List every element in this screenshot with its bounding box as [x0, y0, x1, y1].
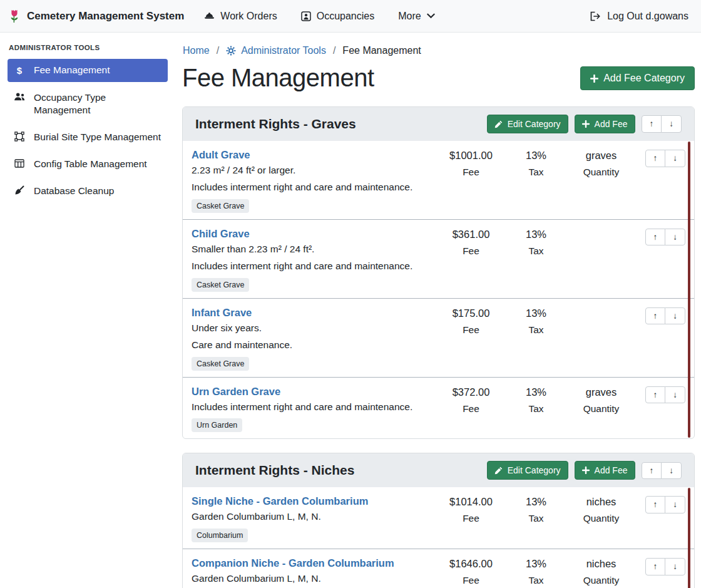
move-fee-down-button[interactable]: ↓	[665, 386, 685, 404]
fee-tax-column: 13% Tax	[506, 148, 566, 178]
nav-work-orders-label: Work Orders	[220, 11, 277, 22]
sidebar: ADMINISTRATOR TOOLS $ Fee Management Occ…	[0, 33, 175, 588]
sidebar-item-database-cleanup[interactable]: Database Cleanup	[8, 180, 168, 202]
fee-name-link[interactable]: Infant Grave	[192, 307, 252, 319]
fee-info: Companion Niche - Garden Columbarium Gar…	[192, 557, 436, 588]
fee-list: Adult Grave 2.23 m² / 24 ft² or larger.I…	[183, 141, 694, 438]
table-icon	[13, 158, 26, 168]
category-actions: Edit Category Add Fee ↑ ↓	[487, 115, 682, 133]
move-fee-up-button[interactable]: ↑	[645, 558, 666, 575]
move-fee-up-button[interactable]: ↑	[645, 386, 666, 404]
breadcrumb-separator: /	[333, 45, 335, 56]
sidebar-item-config-table-management[interactable]: Config Table Management	[8, 153, 168, 175]
fee-name-link[interactable]: Single Niche - Garden Columbarium	[192, 495, 368, 507]
move-fee-down-button[interactable]: ↓	[665, 229, 685, 246]
nav-more[interactable]: More	[398, 11, 434, 22]
fee-description: Garden Columbarium L, M, N.	[192, 572, 432, 585]
move-category-up-button[interactable]: ↑	[642, 115, 662, 133]
add-fee-button[interactable]: Add Fee	[575, 115, 635, 133]
fee-amount-column: $361.00 Fee	[436, 227, 506, 257]
breadcrumb-home-link[interactable]: Home	[183, 45, 210, 56]
fee-amount: $1014.00	[436, 496, 506, 508]
card-scrollbar[interactable]	[688, 488, 690, 588]
arrow-up-icon: ↑	[650, 118, 654, 130]
sidebar-item-label: Database Cleanup	[34, 185, 114, 197]
arrow-up-icon: ↑	[653, 561, 658, 572]
category-title: Interment Rights - Niches	[195, 463, 354, 478]
fee-tax: 13%	[506, 558, 566, 570]
fee-descriptions: Smaller than 2.23 m² / 24 ft².Includes i…	[192, 243, 432, 273]
card-scrollbar[interactable]	[688, 142, 690, 438]
move-fee-down-button[interactable]: ↓	[665, 496, 685, 513]
breadcrumb-admin-tools-label: Administrator Tools	[241, 45, 326, 56]
category-header: Interment Rights - Graves Edit Category	[183, 107, 694, 141]
arrow-down-icon: ↓	[673, 389, 677, 401]
sidebar-item-occupancy-type-management[interactable]: Occupancy Type Management	[8, 86, 168, 121]
plus-icon	[590, 75, 598, 83]
fee-quantity-label: Quantity	[566, 167, 637, 178]
sidebar-item-label: Occupancy Type Management	[34, 91, 162, 116]
fee-name-link[interactable]: Companion Niche - Garden Columbarium	[192, 557, 394, 569]
move-fee-down-button[interactable]: ↓	[665, 558, 685, 575]
arrow-down-icon: ↓	[673, 311, 677, 322]
fee-reorder-group: ↑ ↓	[645, 557, 686, 575]
move-fee-down-button[interactable]: ↓	[665, 150, 685, 167]
move-fee-up-button[interactable]: ↑	[645, 307, 666, 325]
fee-name-link[interactable]: Child Grave	[192, 228, 250, 240]
breadcrumb-admin-tools-link[interactable]: Administrator Tools	[226, 45, 326, 56]
add-fee-button[interactable]: Add Fee	[575, 461, 635, 480]
fee-reorder-group: ↑ ↓	[645, 306, 686, 325]
fee-tax: 13%	[506, 229, 566, 240]
move-category-down-button[interactable]: ↓	[661, 115, 682, 133]
add-fee-label: Add Fee	[595, 465, 628, 475]
move-category-up-button[interactable]: ↑	[642, 462, 662, 480]
fee-amount-column: $1014.00 Fee	[436, 495, 506, 524]
fee-name-link[interactable]: Adult Grave	[192, 149, 250, 161]
plus-icon	[582, 467, 590, 474]
nav-work-orders[interactable]: Work Orders	[204, 11, 277, 22]
sidebar-item-burial-site-type-management[interactable]: Burial Site Type Management	[8, 126, 168, 148]
category-reorder-group: ↑ ↓	[642, 462, 682, 480]
fee-name-link[interactable]: Urn Garden Grave	[192, 386, 280, 398]
fee-quantity-label: Quantity	[566, 513, 637, 524]
add-fee-category-button[interactable]: Add Fee Category	[580, 66, 695, 90]
fee-amount-label: Fee	[436, 245, 506, 257]
arrow-up-icon: ↑	[653, 389, 658, 401]
sidebar-nav: $ Fee Management Occupancy Type Manageme…	[0, 59, 175, 202]
fee-tax-label: Tax	[506, 245, 566, 257]
fee-description: Includes interment right and care and ma…	[192, 181, 432, 194]
move-category-down-button[interactable]: ↓	[661, 462, 682, 480]
fee-quantity-column: niches Quantity	[566, 557, 637, 586]
category-title: Interment Rights - Graves	[195, 116, 356, 132]
fee-row: Infant Grave Under six years.Care and ma…	[183, 298, 694, 377]
edit-category-button[interactable]: Edit Category	[487, 115, 568, 133]
move-fee-up-button[interactable]: ↑	[645, 150, 666, 167]
add-fee-label: Add Fee	[595, 119, 628, 129]
logout-label: Log Out d.gowans	[607, 11, 688, 22]
nav-occupancies[interactable]: Occupancies	[301, 11, 375, 22]
fee-descriptions: 2.23 m² / 24 ft² or larger.Includes inte…	[192, 164, 432, 194]
logout-button[interactable]: Log Out d.gowans	[590, 11, 688, 22]
fee-info: Infant Grave Under six years.Care and ma…	[192, 306, 436, 371]
move-fee-up-button[interactable]: ↑	[645, 496, 666, 513]
app-title: Cemetery Management System	[27, 10, 184, 23]
gear-icon	[226, 46, 236, 56]
edit-category-button[interactable]: Edit Category	[487, 461, 568, 480]
hard-hat-icon	[204, 11, 215, 21]
move-fee-down-button[interactable]: ↓	[665, 307, 685, 325]
fee-type-badge: Casket Grave	[192, 357, 249, 371]
sidebar-item-label: Burial Site Type Management	[34, 131, 161, 143]
arrow-up-icon: ↑	[653, 153, 658, 164]
move-fee-up-button[interactable]: ↑	[645, 229, 666, 246]
people-icon	[13, 92, 26, 101]
app-brand[interactable]: Cemetery Management System	[8, 8, 184, 24]
fee-amount-column: $1646.00 Fee	[436, 557, 506, 586]
arrow-down-icon: ↓	[673, 153, 677, 164]
sidebar-item-fee-management[interactable]: $ Fee Management	[8, 59, 168, 82]
fee-tax: 13%	[506, 496, 566, 508]
fee-type-badge: Columbarium	[192, 529, 248, 542]
fee-category-card: Interment Rights - Graves Edit Category	[182, 106, 695, 439]
fee-tax: 13%	[506, 150, 566, 162]
edit-category-label: Edit Category	[508, 465, 561, 475]
sidebar-item-label: Fee Management	[34, 64, 110, 76]
